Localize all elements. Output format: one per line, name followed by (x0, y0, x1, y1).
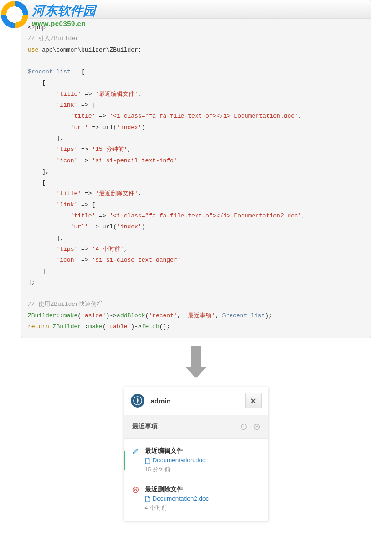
close-circle-icon (132, 485, 145, 512)
item-link[interactable]: Documentation.doc (145, 456, 260, 465)
svg-point-1 (254, 424, 259, 429)
item-tips: 4 小时前 (145, 504, 260, 512)
collapse-up-icon[interactable] (253, 423, 260, 430)
section-header: 最近事项 (124, 415, 268, 439)
file-text-icon (145, 496, 150, 502)
arrow-down-icon (186, 346, 206, 378)
close-icon (250, 398, 256, 404)
list-item[interactable]: 最近编辑文件 Documentation.doc 15 分钟前 (124, 441, 268, 479)
item-title: 最近编辑文件 (145, 447, 260, 455)
section-title: 最近事项 (132, 423, 240, 431)
avatar (131, 394, 144, 408)
php-code: <?php // 引入ZBuilder use app\common\build… (21, 19, 371, 332)
item-title: 最近删除文件 (145, 485, 260, 494)
code-block-header (21, 0, 371, 19)
list-item[interactable]: 最近删除文件 Documentation2.doc 4 小时前 (124, 480, 268, 518)
item-link[interactable]: Documentation2.doc (145, 495, 260, 503)
file-text-icon (145, 458, 150, 464)
code-example-block: <?php // 引入ZBuilder use app\common\build… (21, 0, 371, 338)
refresh-icon[interactable] (240, 423, 247, 430)
username-label: admin (151, 397, 245, 405)
item-tips: 15 分钟前 (145, 466, 260, 474)
close-button[interactable] (245, 393, 262, 408)
aside-panel: admin 最近事项 最 (124, 387, 268, 521)
pencil-icon (132, 447, 145, 474)
recent-list: 最近编辑文件 Documentation.doc 15 分钟前 最近删除文件 (124, 439, 268, 521)
compass-icon (133, 396, 143, 406)
panel-header: admin (124, 387, 268, 415)
